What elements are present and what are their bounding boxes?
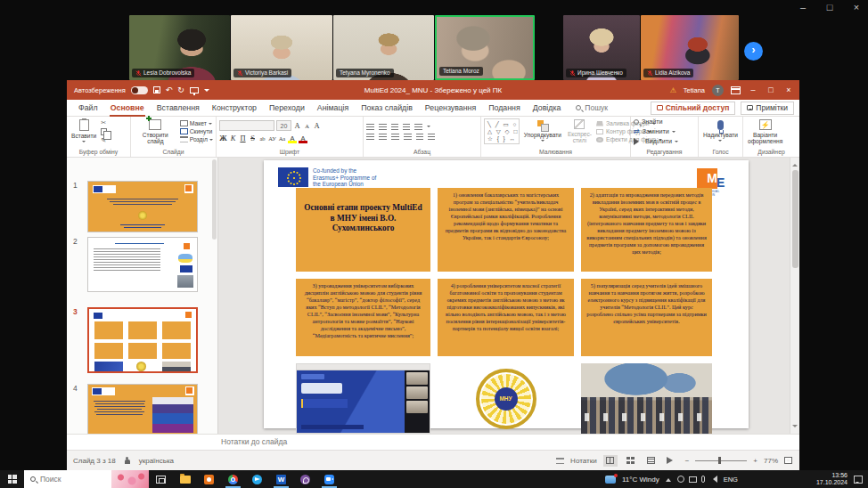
slide-thumbnail-1[interactable] (87, 181, 198, 232)
bullets-icon[interactable] (366, 124, 374, 130)
display-tray-icon[interactable] (689, 476, 697, 483)
justify-icon[interactable] (404, 134, 412, 140)
slide-sorter-view-button[interactable] (624, 455, 638, 467)
hidden-icons-chevron[interactable] (666, 476, 671, 482)
replace-button[interactable]: ⇄Замінити (634, 127, 678, 135)
close-icon[interactable]: × (850, 2, 863, 12)
taskbar-search[interactable] (24, 470, 149, 488)
orange-app-button[interactable] (197, 470, 221, 488)
zoom-slider-handle[interactable] (718, 457, 721, 464)
scroll-down-icon[interactable] (792, 425, 798, 430)
weather-text[interactable]: 11°C Windy (622, 476, 659, 484)
strikethrough-button[interactable]: S (249, 134, 257, 142)
decrease-indent-icon[interactable] (391, 124, 398, 130)
next-participants-button[interactable]: › (744, 42, 763, 61)
search-input[interactable] (40, 475, 102, 484)
chrome-button[interactable] (221, 470, 245, 488)
reading-view-button[interactable] (644, 455, 659, 467)
sync-tray-icon[interactable] (677, 476, 684, 483)
zoom-percentage[interactable]: 77% (764, 457, 778, 465)
slide-title-box[interactable]: Основні етапи проекту MultiEd в МНУ імен… (296, 188, 430, 272)
increase-indent-icon[interactable] (403, 124, 410, 130)
align-right-icon[interactable] (391, 134, 399, 140)
slide-thumbnail-4[interactable] (87, 384, 198, 434)
char-spacing-icon[interactable]: ab (258, 135, 266, 142)
slide-item-box-2[interactable]: 2) адаптація та впровадження передових м… (581, 188, 712, 272)
arrange-button[interactable]: Упорядкувати (522, 120, 563, 143)
select-button[interactable]: Виділити (634, 137, 678, 145)
notes-pane[interactable]: Нотатки до слайда (67, 434, 799, 450)
participant-tile[interactable]: Tetyana Myronenko (333, 15, 434, 80)
bold-button[interactable]: Ж (219, 134, 227, 142)
ribbon-display-options-icon[interactable] (731, 86, 741, 94)
participant-tile[interactable]: Ирина Шевченко (563, 15, 640, 80)
customize-qat-icon[interactable] (204, 89, 209, 94)
telegram-button[interactable] (245, 470, 269, 488)
slide[interactable]: Co-funded by the Erasmus+ Programme of t… (264, 160, 749, 428)
ribbon-search[interactable]: Пошук (576, 103, 608, 112)
zoom-slider[interactable] (695, 460, 747, 461)
design-ideas-button[interactable]: ⚡ Варіанти оформлення (746, 119, 784, 144)
avatar[interactable]: T (712, 85, 724, 96)
language-switcher[interactable]: ENG (724, 476, 738, 484)
weather-icon[interactable] (605, 476, 616, 484)
slide-thumbnail-3-selected[interactable] (87, 307, 198, 373)
close-icon[interactable]: × (783, 85, 794, 94)
start-slideshow-icon[interactable] (190, 87, 199, 94)
account-name[interactable]: Tetiana (684, 86, 705, 94)
tab-insert[interactable]: Вставлення (151, 100, 206, 117)
viber-button[interactable] (293, 470, 317, 488)
layout-button[interactable]: Макет (180, 120, 213, 126)
tab-design[interactable]: Конструктор (206, 100, 263, 117)
webinar-screenshot-image[interactable] (296, 363, 430, 434)
tab-review[interactable]: Рецензування (419, 100, 482, 117)
align-center-icon[interactable] (379, 134, 387, 140)
slide-item-box-3[interactable]: 3) упровадження університетом вибіркових… (296, 279, 430, 356)
font-name-box[interactable] (219, 120, 274, 131)
font-size-box[interactable]: 20 (276, 120, 291, 131)
change-case-icon[interactable]: Аа (278, 135, 286, 142)
scroll-up-icon[interactable] (792, 161, 798, 167)
grow-font-icon[interactable]: А (293, 121, 301, 130)
quick-styles-button[interactable]: Експрес- стилі (566, 119, 594, 143)
shapes-gallery[interactable]: ╲ ╱ ▭ ○ △ ▽ ◇ □ ☆ { } ↔ (484, 118, 520, 144)
warning-icon[interactable]: ⚠ (670, 86, 676, 94)
clear-format-icon[interactable]: А (313, 121, 321, 130)
slide-thumbnail-2[interactable] (87, 237, 198, 292)
tab-help[interactable]: Довідка (527, 100, 568, 117)
undo-icon[interactable]: ↶ (166, 85, 173, 94)
redo-icon[interactable]: ↻ (177, 85, 184, 94)
zoom-in-button[interactable]: + (753, 457, 757, 465)
fit-to-window-icon[interactable] (784, 457, 792, 464)
slide-item-box-1[interactable]: 1) оновлення бакалаврських та магістерсь… (438, 188, 574, 272)
section-button[interactable]: Розділ (180, 136, 213, 142)
share-button[interactable]: Спільний доступ (651, 102, 736, 115)
tab-slideshow[interactable]: Показ слайдів (355, 100, 419, 117)
tab-animations[interactable]: Анімація (311, 100, 355, 117)
columns-icon[interactable] (416, 134, 423, 140)
zoom-app-button[interactable] (317, 470, 341, 488)
tab-view[interactable]: Подання (482, 100, 527, 117)
file-explorer-button[interactable] (173, 470, 197, 488)
action-center-icon[interactable] (854, 476, 863, 484)
participant-tile[interactable]: Victoriya Barkasi (231, 15, 332, 80)
thumbnail-scrollbar[interactable] (212, 159, 217, 240)
line-spacing-icon[interactable] (414, 124, 422, 130)
minimize-icon[interactable]: – (797, 2, 809, 12)
underline-button[interactable]: П (239, 134, 247, 142)
participant-tile-active-speaker[interactable]: Tetiana Moroz (435, 15, 535, 80)
tab-file[interactable]: Файл (72, 100, 104, 117)
start-button[interactable] (0, 470, 24, 488)
autosave-toggle[interactable] (131, 86, 148, 94)
new-slide-button[interactable]: Створити слайд (134, 119, 177, 144)
numbering-icon[interactable] (379, 124, 387, 130)
text-direction-icon[interactable] (428, 134, 435, 140)
maximize-icon[interactable]: □ (823, 2, 836, 12)
group-photo-image[interactable] (581, 363, 712, 434)
reset-button[interactable]: Скинути (180, 128, 213, 134)
minimize-icon[interactable]: – (748, 85, 758, 94)
participant-tile[interactable]: Lidia Aizikova (641, 15, 739, 80)
participant-tile[interactable]: Lesia Dobrovolska (129, 15, 230, 80)
slide-item-box-5[interactable]: 5) популяризація серед учителів ідей змі… (581, 279, 712, 356)
clock[interactable]: 13:56 17.10.2024 (816, 472, 848, 486)
